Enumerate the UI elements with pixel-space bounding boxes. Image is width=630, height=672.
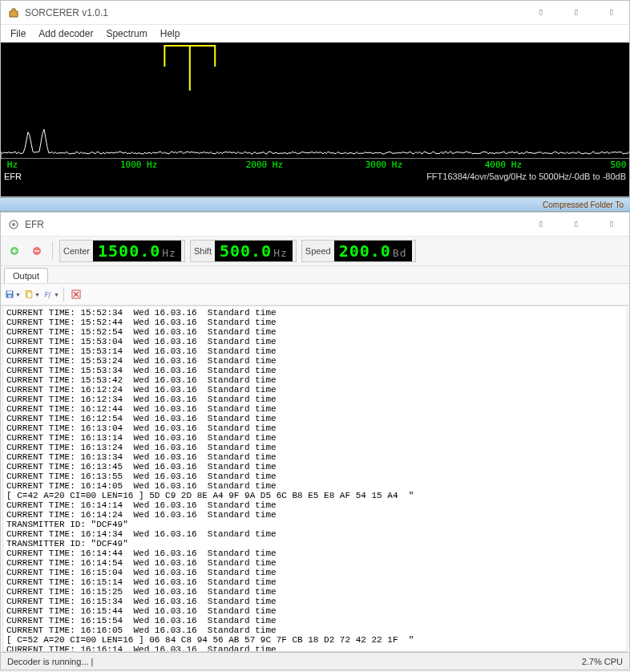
menubar: File Add decoder Spectrum Help <box>1 25 629 43</box>
svg-rect-5 <box>7 291 12 293</box>
menu-spectrum[interactable]: Spectrum <box>99 26 153 41</box>
copy-button[interactable]: ▼ <box>23 285 41 303</box>
axis-tick: 4000 Hz <box>485 160 522 170</box>
minimize-button[interactable]:  <box>523 1 559 25</box>
fft-settings-label: FFT16384/4ovr/5avg/0Hz to 5000Hz/-0dB to… <box>426 172 626 184</box>
window-title: SORCERER v1.0.1 <box>25 7 523 18</box>
font-button[interactable]: Ff▼ <box>42 285 60 303</box>
shift-label: Shift <box>194 246 212 256</box>
close-button[interactable]:  <box>594 1 629 25</box>
center-value[interactable]: 1500.0 Hz <box>93 241 181 261</box>
svg-text:Ff: Ff <box>44 291 52 298</box>
save-button[interactable]: ▼ <box>4 285 22 303</box>
tab-row: Output <box>1 266 629 283</box>
efr-minimize-button[interactable]:  <box>523 213 559 237</box>
tab-output[interactable]: Output <box>4 268 48 283</box>
efr-window: EFR    Center 1500.0 Hz Shift 500.0 H… <box>0 212 630 670</box>
status-text: Decoder is running... | <box>7 657 93 666</box>
menu-file[interactable]: File <box>4 26 32 41</box>
axis-tick: 1000 Hz <box>120 160 157 170</box>
decoder-mode-label: EFR <box>4 172 22 184</box>
clear-button[interactable] <box>67 285 85 303</box>
shift-value[interactable]: 500.0 Hz <box>215 241 293 261</box>
axis-tick: 2000 Hz <box>246 160 283 170</box>
menu-help[interactable]: Help <box>154 26 187 41</box>
spectrum-display[interactable]: Hz1000 Hz2000 Hz3000 Hz4000 Hz500 EFR FF… <box>1 43 629 196</box>
spectrum-status: EFR FFT16384/4ovr/5avg/0Hz to 5000Hz/-0d… <box>1 172 629 184</box>
svg-rect-8 <box>27 292 32 298</box>
efr-title: EFR <box>25 219 523 230</box>
remove-button[interactable] <box>28 242 46 260</box>
speed-group[interactable]: Speed 200.0 Bd <box>301 240 416 262</box>
separator <box>63 287 64 302</box>
statusbar: Decoder is running... | 2.7% CPU <box>1 652 629 670</box>
background-label: Compressed Folder To <box>543 200 624 209</box>
output-toolbar: ▼ ▼ Ff▼ <box>1 283 629 306</box>
efr-close-button[interactable]:  <box>594 213 629 237</box>
titlebar[interactable]: SORCERER v1.0.1    <box>1 1 629 25</box>
spectrum-axis: Hz1000 Hz2000 Hz3000 Hz4000 Hz500 <box>1 159 629 172</box>
gear-icon <box>7 218 20 231</box>
center-freq-group[interactable]: Center 1500.0 Hz <box>59 240 185 262</box>
axis-tick: 3000 Hz <box>365 160 402 170</box>
efr-titlebar[interactable]: EFR    <box>1 213 629 237</box>
speed-label: Speed <box>305 246 331 256</box>
svg-rect-6 <box>8 295 12 298</box>
cpu-usage: 2.7% CPU <box>582 657 623 666</box>
parameter-bar: Center 1500.0 Hz Shift 500.0 Hz Speed 20… <box>1 237 629 266</box>
output-text[interactable]: CURRENT TIME: 15:52:34 Wed 16.03.16 Stan… <box>2 306 628 652</box>
separator <box>52 242 53 260</box>
shift-group[interactable]: Shift 500.0 Hz <box>190 240 297 262</box>
svg-point-1 <box>12 223 15 226</box>
app-icon <box>7 6 20 19</box>
menu-add-decoder[interactable]: Add decoder <box>32 26 99 41</box>
axis-tick: Hz <box>7 160 18 170</box>
speed-value[interactable]: 200.0 Bd <box>334 241 412 261</box>
efr-maximize-button[interactable]:  <box>559 213 594 237</box>
axis-tick: 500 <box>610 160 626 170</box>
background-window-strip: Compressed Folder To <box>0 197 630 212</box>
main-window: SORCERER v1.0.1    File Add decoder S… <box>0 0 630 197</box>
center-label: Center <box>63 246 90 256</box>
maximize-button[interactable]:  <box>559 1 594 25</box>
add-button[interactable] <box>6 242 23 260</box>
